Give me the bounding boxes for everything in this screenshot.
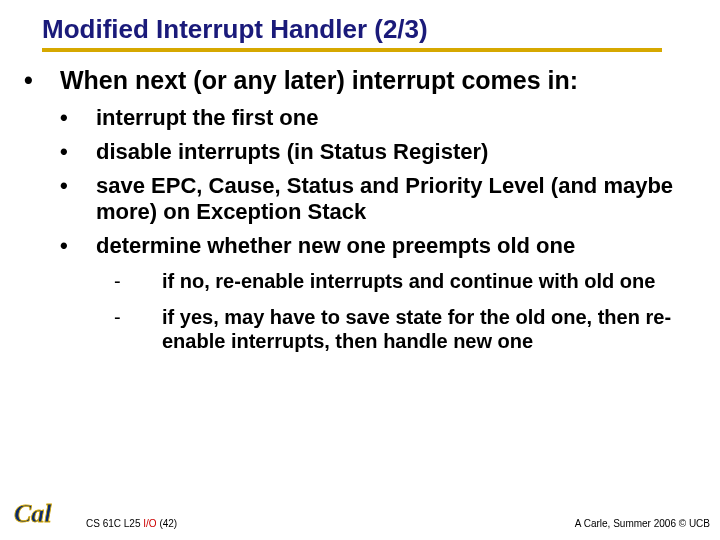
bullet-level2-text: determine whether new one preempts old o… xyxy=(96,233,575,258)
bullet-level2: •interrupt the first one xyxy=(78,105,690,131)
bullet-level1-text: When next (or any later) interrupt comes… xyxy=(60,66,578,94)
footer-io: I/O xyxy=(143,518,156,529)
bullet-level1: •When next (or any later) interrupt come… xyxy=(42,66,690,95)
bullet-level2: •determine whether new one preempts old … xyxy=(78,233,690,259)
dash-item-text: if no, re-enable interrupts and continue… xyxy=(162,270,655,292)
footer-right: A Carle, Summer 2006 © UCB xyxy=(575,518,710,529)
slide-title: Modified Interrupt Handler (2/3) xyxy=(42,14,662,52)
bullet-level2: •disable interrupts (in Status Register) xyxy=(78,139,690,165)
bullet-level2-text: interrupt the first one xyxy=(96,105,318,130)
bullet-level2-text: disable interrupts (in Status Register) xyxy=(96,139,488,164)
footer-course: CS 61C L25 xyxy=(86,518,143,529)
cal-logo: Cal xyxy=(10,494,70,532)
svg-text:Cal: Cal xyxy=(14,499,52,528)
slide-body: •When next (or any later) interrupt come… xyxy=(0,52,720,353)
slide-footer: Cal CS 61C L25 I/O (42) A Carle, Summer … xyxy=(0,494,720,534)
footer-page: (42) xyxy=(157,518,178,529)
dash-item-text: if yes, may have to save state for the o… xyxy=(162,306,671,352)
bullet-level2-text: save EPC, Cause, Status and Priority Lev… xyxy=(96,173,673,224)
footer-left: CS 61C L25 I/O (42) xyxy=(86,518,177,529)
dash-item: -if no, re-enable interrupts and continu… xyxy=(138,269,690,293)
bullet-level2: •save EPC, Cause, Status and Priority Le… xyxy=(78,173,690,225)
dash-item: -if yes, may have to save state for the … xyxy=(138,305,690,353)
